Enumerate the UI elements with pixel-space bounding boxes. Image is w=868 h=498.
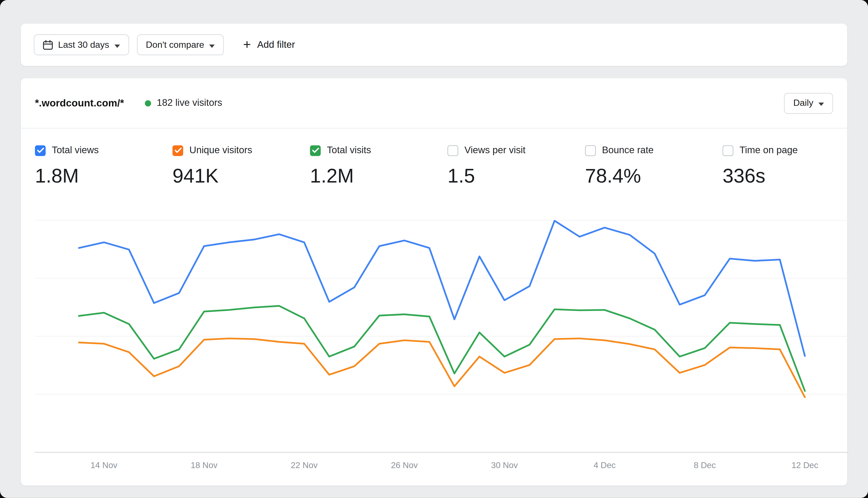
metric-checkbox[interactable]: [448, 145, 458, 156]
site-name: *.wordcount.com/*: [35, 97, 124, 109]
check-icon: [312, 148, 319, 153]
metric-checkbox[interactable]: [585, 145, 596, 156]
metric-label: Total visits: [327, 145, 371, 156]
date-range-button[interactable]: Last 30 days: [34, 34, 129, 55]
x-tick-label: 4 Dec: [594, 460, 616, 470]
metric-label: Views per visit: [464, 145, 526, 156]
metrics-row: Total views 1.8M Unique visitors 941K: [21, 129, 847, 187]
metric-head: Total visits: [310, 145, 448, 156]
metric-label: Time on page: [739, 145, 798, 156]
date-range-label: Last 30 days: [58, 40, 109, 50]
compare-button[interactable]: Don't compare: [137, 34, 224, 55]
traffic-chart[interactable]: 14 Nov18 Nov22 Nov26 Nov30 Nov4 Dec8 Dec…: [35, 220, 848, 476]
check-icon: [174, 148, 181, 153]
interval-select[interactable]: Daily: [784, 93, 833, 114]
x-tick-label: 22 Nov: [291, 460, 318, 470]
interval-label: Daily: [793, 98, 813, 108]
card-header: *.wordcount.com/* 182 live visitors Dail…: [21, 78, 847, 129]
live-visitors[interactable]: 182 live visitors: [145, 97, 222, 109]
plus-icon: +: [243, 38, 251, 51]
metric-total-visits: Total visits 1.2M: [310, 145, 448, 187]
metric-label: Bounce rate: [602, 145, 653, 156]
metric-head: Views per visit: [448, 145, 585, 156]
metric-head: Unique visitors: [172, 145, 310, 156]
x-tick-label: 14 Nov: [91, 460, 117, 470]
metric-value: 941K: [172, 165, 310, 187]
live-visitors-label: 182 live visitors: [157, 97, 222, 109]
metric-head: Total views: [35, 145, 172, 156]
metric-value: 1.8M: [35, 165, 172, 187]
traffic-chart-canvas[interactable]: 14 Nov18 Nov22 Nov26 Nov30 Nov4 Dec8 Dec…: [35, 220, 848, 476]
x-tick-label: 12 Dec: [791, 460, 818, 470]
metric-value: 336s: [723, 165, 798, 187]
calendar-icon: [43, 40, 53, 50]
add-filter-button[interactable]: + Add filter: [240, 38, 298, 51]
metric-head: Bounce rate: [585, 145, 723, 156]
x-tick-label: 26 Nov: [391, 460, 418, 470]
chevron-down-icon: [818, 98, 824, 108]
analytics-card: *.wordcount.com/* 182 live visitors Dail…: [21, 78, 847, 486]
metric-head: Time on page: [723, 145, 798, 156]
metric-checkbox[interactable]: [35, 145, 46, 156]
metric-checkbox[interactable]: [723, 145, 733, 156]
metric-value: 1.5: [448, 165, 585, 187]
check-icon: [37, 148, 44, 153]
x-tick-label: 18 Nov: [191, 460, 217, 470]
metric-checkbox[interactable]: [310, 145, 321, 156]
chevron-down-icon: [209, 40, 215, 50]
compare-label: Don't compare: [146, 40, 204, 50]
analytics-page: Last 30 days Don't compare + Add filter …: [0, 0, 868, 498]
metric-time-on-page: Time on page 336s: [723, 145, 798, 187]
metric-unique-visitors: Unique visitors 941K: [172, 145, 310, 187]
x-tick-label: 8 Dec: [694, 460, 716, 470]
metric-value: 78.4%: [585, 165, 723, 187]
live-dot-icon: [145, 100, 151, 106]
add-filter-label: Add filter: [257, 39, 295, 50]
metric-label: Total views: [52, 145, 99, 156]
metric-label: Unique visitors: [190, 145, 252, 156]
series-line-unique-visitors: [79, 338, 805, 397]
chevron-down-icon: [114, 40, 120, 50]
metric-views-per-visit: Views per visit 1.5: [448, 145, 585, 187]
metric-checkbox[interactable]: [172, 145, 183, 156]
metric-total-views: Total views 1.8M: [35, 145, 172, 187]
x-tick-label: 30 Nov: [491, 460, 518, 470]
metric-value: 1.2M: [310, 165, 448, 187]
filter-toolbar: Last 30 days Don't compare + Add filter: [21, 24, 847, 66]
metric-bounce-rate: Bounce rate 78.4%: [585, 145, 723, 187]
series-line-total-visits: [79, 306, 805, 391]
